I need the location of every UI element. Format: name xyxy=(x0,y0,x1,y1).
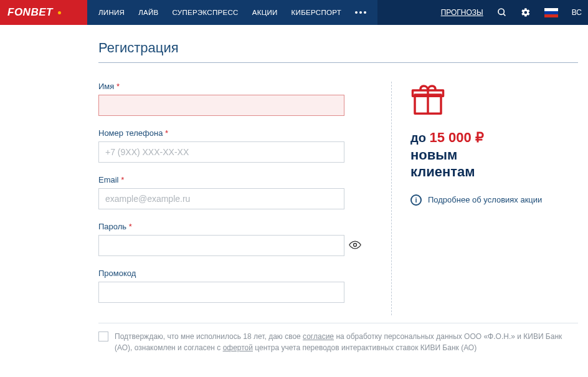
main-nav: ЛИНИЯ ЛАЙВ СУПЕРЭКСПРЕСС АКЦИИ КИБЕРСПОР… xyxy=(87,0,377,25)
consent-link-agreement[interactable]: согласие xyxy=(303,332,334,341)
consent-link-offer[interactable]: офертой xyxy=(223,343,253,352)
page-content: Регистрация Имя * Номер телефона * Email… xyxy=(0,25,588,353)
nav-more-icon[interactable] xyxy=(355,11,366,14)
header-right: ПРОГНОЗЫ ВС xyxy=(377,0,588,25)
consent-text: Подтверждаю, что мне исполнилось 18 лет,… xyxy=(115,331,578,353)
nav-super[interactable]: СУПЕРЭКСПРЕСС xyxy=(173,9,239,16)
settings-icon[interactable] xyxy=(521,7,531,17)
logo-dot-icon xyxy=(58,11,61,14)
password-visibility-icon[interactable] xyxy=(349,241,361,252)
gift-icon xyxy=(410,82,445,117)
nav-promo[interactable]: АКЦИИ xyxy=(252,9,278,16)
svg-point-0 xyxy=(498,9,504,14)
name-label: Имя * xyxy=(98,82,366,91)
nav-cybersport[interactable]: КИБЕРСПОРТ xyxy=(292,9,341,16)
promo-more-link[interactable]: i Подробнее об условиях акции xyxy=(410,194,578,206)
name-input[interactable] xyxy=(98,95,344,116)
nav-predictions[interactable]: ПРОГНОЗЫ xyxy=(441,8,483,17)
page-title: Регистрация xyxy=(98,40,578,63)
promo-more-text: Подробнее об условиях акции xyxy=(428,195,542,204)
language-flag-icon[interactable] xyxy=(544,8,558,17)
logo-text: FONBET xyxy=(7,6,53,19)
divider xyxy=(98,323,578,323)
promocode-label: Промокод xyxy=(98,269,366,278)
nav-line[interactable]: ЛИНИЯ xyxy=(98,9,125,16)
phone-label: Номер телефона * xyxy=(98,128,366,138)
password-input[interactable] xyxy=(98,235,344,256)
promocode-input[interactable] xyxy=(98,282,344,303)
svg-point-2 xyxy=(354,244,357,247)
promo-panel: до 15 000 ₽ новым клиентам i Подробнее о… xyxy=(391,82,578,315)
consent-row: Подтверждаю, что мне исполнилось 18 лет,… xyxy=(98,331,578,353)
info-icon: i xyxy=(410,194,422,206)
email-label: Email * xyxy=(98,175,366,184)
promo-headline: до 15 000 ₽ новым клиентам xyxy=(410,129,578,181)
registration-form: Имя * Номер телефона * Email * Пароль * … xyxy=(98,82,366,315)
logo[interactable]: FONBET xyxy=(0,0,87,25)
nav-live[interactable]: ЛАЙВ xyxy=(138,9,158,16)
consent-checkbox[interactable] xyxy=(98,332,108,341)
top-header: FONBET ЛИНИЯ ЛАЙВ СУПЕРЭКСПРЕСС АКЦИИ КИ… xyxy=(0,0,588,25)
phone-input[interactable] xyxy=(98,141,344,163)
search-icon[interactable] xyxy=(497,7,507,17)
email-input[interactable] xyxy=(98,188,344,209)
svg-line-1 xyxy=(503,14,505,16)
password-label: Пароль * xyxy=(98,222,366,231)
login-cut[interactable]: ВС xyxy=(572,8,582,17)
